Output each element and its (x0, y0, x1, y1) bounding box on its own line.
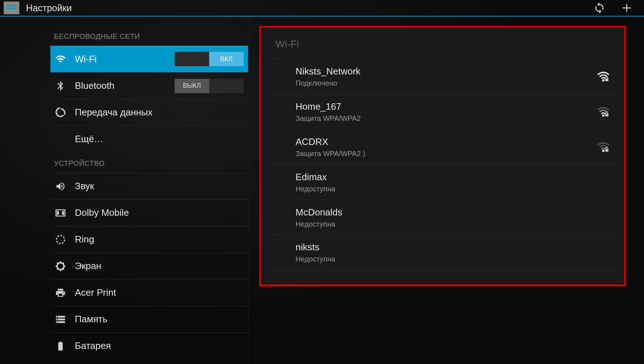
refresh-icon[interactable] (593, 1, 606, 14)
network-item[interactable]: McDonalds Недоступна (272, 200, 621, 235)
wifi-signal-icon (597, 105, 610, 118)
sidebar: БЕСПРОВОДНЫЕ СЕТИ Wi-Fi ВКЛ (0, 17, 248, 364)
wifi-signal-icon (597, 141, 610, 154)
network-status: Защита WPA/WPA2 (296, 114, 597, 123)
sidebar-item-storage[interactable]: Память (50, 306, 248, 332)
brightness-icon (55, 260, 66, 272)
section-header-wireless: БЕСПРОВОДНЫЕ СЕТИ (50, 32, 248, 46)
sidebar-item-label: Ring (75, 234, 244, 245)
network-item[interactable]: Home_167 Защита WPA/WPA2 (272, 94, 621, 129)
network-status: Защита WPA/WPA2 ) (296, 150, 597, 158)
svg-rect-11 (605, 149, 608, 152)
sidebar-item-label: Звук (75, 181, 244, 192)
svg-point-2 (8, 5, 10, 7)
wifi-networks-panel: Wi-Fi Niksts_Network Подключено Home_167… (259, 26, 626, 286)
panel-title: Wi-Fi (272, 38, 621, 59)
sidebar-item-data-usage[interactable]: Передача данных (50, 99, 248, 126)
battery-icon (55, 340, 66, 352)
sidebar-item-battery[interactable]: Батарея (50, 332, 248, 359)
sidebar-item-label: Передача данных (75, 107, 244, 118)
sidebar-item-bluetooth[interactable]: Bluetooth ВЫКЛ (50, 72, 248, 99)
network-list: Niksts_Network Подключено Home_167 Защит… (272, 59, 621, 270)
network-name: Niksts_Network (296, 66, 597, 77)
network-item[interactable]: Edimax Недоступна (272, 164, 621, 200)
network-name: niksts (296, 242, 597, 253)
blank-icon (55, 133, 66, 145)
network-name: Home_167 (296, 101, 597, 112)
app-title: Настройки (26, 3, 586, 14)
sidebar-item-label: Батарея (75, 340, 244, 351)
bluetooth-toggle[interactable]: ВЫКЛ (175, 79, 244, 93)
svg-rect-9 (605, 114, 608, 117)
sidebar-item-display[interactable]: Экран (50, 252, 248, 279)
wifi-icon (55, 53, 66, 65)
sidebar-item-label: Ещё… (75, 133, 244, 145)
svg-point-6 (602, 79, 604, 81)
network-item[interactable]: niksts Недоступна (272, 235, 621, 270)
network-status: Подключено (296, 79, 597, 87)
wifi-signal-icon (597, 211, 610, 224)
network-status: Недоступна (296, 185, 597, 193)
sidebar-item-label: Dolby Mobile (75, 207, 244, 218)
network-item[interactable]: Niksts_Network Подключено (272, 59, 621, 94)
section-header-device: УСТРОЙСТВО (50, 152, 248, 173)
network-name: Edimax (296, 172, 597, 183)
wifi-signal-icon (597, 176, 610, 189)
add-icon[interactable] (620, 1, 633, 14)
content-panel: Wi-Fi Niksts_Network Подключено Home_167… (248, 17, 644, 364)
settings-app-icon[interactable] (4, 1, 19, 14)
sidebar-item-label: Acer Print (75, 287, 244, 298)
svg-point-10 (602, 150, 604, 152)
sound-icon (55, 181, 66, 192)
ring-icon (55, 234, 66, 245)
svg-rect-1 (6, 8, 17, 9)
wifi-signal-icon (597, 70, 610, 83)
dolby-icon (55, 207, 66, 219)
svg-point-5 (57, 235, 65, 244)
bluetooth-icon (55, 80, 66, 92)
sidebar-item-label: Wi-Fi (75, 54, 166, 65)
network-name: ACDRX (296, 136, 597, 147)
network-name: McDonalds (296, 207, 597, 218)
sidebar-item-sound[interactable]: Звук (50, 173, 248, 199)
sidebar-item-label: Экран (75, 260, 244, 272)
sidebar-item-wifi[interactable]: Wi-Fi ВКЛ (50, 46, 248, 72)
top-bar: Настройки (0, 0, 644, 17)
sidebar-item-print[interactable]: Acer Print (50, 279, 248, 306)
svg-point-8 (602, 114, 604, 117)
wifi-toggle[interactable]: ВКЛ (175, 52, 244, 66)
sidebar-item-label: Память (75, 314, 244, 325)
network-item[interactable]: ACDRX Защита WPA/WPA2 ) (272, 129, 621, 164)
svg-point-3 (12, 7, 14, 9)
data-usage-icon (55, 107, 66, 118)
sidebar-item-more[interactable]: Ещё… (50, 126, 248, 152)
network-status: Недоступна (296, 220, 597, 228)
wifi-signal-icon (597, 246, 610, 259)
sidebar-item-ring[interactable]: Ring (50, 226, 248, 252)
sidebar-item-label: Bluetooth (75, 80, 166, 91)
printer-icon (55, 287, 66, 299)
storage-icon (55, 314, 66, 325)
svg-rect-7 (605, 78, 608, 81)
sidebar-item-dolby[interactable]: Dolby Mobile (50, 199, 248, 226)
network-status: Недоступна (296, 255, 597, 263)
